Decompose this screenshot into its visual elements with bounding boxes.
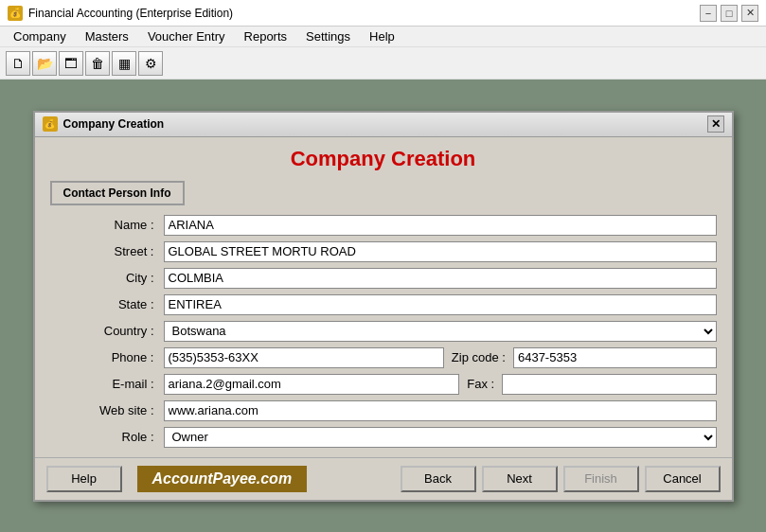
menu-settings[interactable]: Settings: [296, 27, 360, 45]
menu-voucher-entry[interactable]: Voucher Entry: [138, 27, 235, 45]
title-bar: 💰 Financial Accounting (Enterprise Editi…: [0, 0, 766, 27]
role-label: Role :: [60, 427, 164, 448]
form-grid: Name : Street : City : State : Country :…: [60, 215, 717, 448]
background-area: 💰 Company Creation ✕ Company Creation Co…: [0, 80, 766, 532]
minimize-button[interactable]: −: [700, 5, 717, 22]
toolbar-window-button[interactable]: 🗔: [59, 51, 83, 76]
menu-masters[interactable]: Masters: [76, 27, 138, 45]
main-window: 💰 Financial Accounting (Enterprise Editi…: [0, 0, 766, 532]
toolbar-new-button[interactable]: 🗋: [6, 51, 30, 76]
zipcode-label: Zip code :: [452, 350, 506, 364]
app-title: Financial Accounting (Enterprise Edition…: [28, 7, 694, 20]
website-input[interactable]: [164, 400, 717, 421]
next-button[interactable]: Next: [482, 466, 558, 492]
tab-area: Contact Person Info: [50, 181, 717, 205]
menu-help[interactable]: Help: [360, 27, 404, 45]
toolbar: 🗋 📂 🗔 🗑 ▦ ⚙: [0, 47, 766, 80]
back-button[interactable]: Back: [401, 466, 476, 492]
fax-label: Fax :: [467, 377, 494, 391]
dialog-heading: Company Creation: [50, 147, 717, 171]
state-label: State :: [60, 294, 164, 315]
name-label: Name :: [60, 215, 164, 236]
tab-contact-person-info[interactable]: Contact Person Info: [50, 181, 185, 205]
country-label: Country :: [60, 321, 164, 342]
dialog-icon: 💰: [43, 116, 58, 132]
toolbar-settings-button[interactable]: ⚙: [138, 51, 163, 76]
fax-input[interactable]: [502, 374, 716, 395]
city-input[interactable]: [164, 268, 717, 289]
title-bar-buttons: − □ ✕: [700, 5, 758, 22]
app-icon: 💰: [8, 6, 23, 21]
phone-input[interactable]: [164, 347, 444, 368]
toolbar-grid-button[interactable]: ▦: [112, 51, 136, 76]
country-select[interactable]: Botswana United States United Kingdom In…: [164, 321, 717, 342]
street-input[interactable]: [164, 241, 717, 262]
dialog-title: Company Creation: [63, 117, 702, 131]
email-label: E-mail :: [60, 374, 164, 395]
cancel-button[interactable]: Cancel: [645, 466, 721, 492]
zipcode-input[interactable]: [513, 347, 717, 368]
menu-company[interactable]: Company: [4, 27, 76, 45]
email-fax-row: Fax :: [164, 374, 717, 395]
dialog-footer: Help AccountPayee.com Back Next Finish C…: [35, 457, 732, 500]
help-button[interactable]: Help: [46, 466, 122, 492]
dialog-body: Company Creation Contact Person Info Nam…: [35, 137, 732, 457]
toolbar-delete-button[interactable]: 🗑: [85, 51, 110, 76]
menu-reports[interactable]: Reports: [235, 27, 297, 45]
finish-button[interactable]: Finish: [563, 466, 639, 492]
email-input[interactable]: [164, 374, 460, 395]
phone-zip-row: Zip code :: [164, 347, 717, 368]
toolbar-open-button[interactable]: 📂: [32, 51, 57, 76]
watermark-banner: AccountPayee.com: [137, 466, 308, 492]
state-input[interactable]: [164, 294, 717, 315]
maximize-button[interactable]: □: [721, 5, 738, 22]
dialog-title-bar: 💰 Company Creation ✕: [35, 113, 732, 137]
phone-label: Phone :: [60, 347, 164, 368]
menu-bar: Company Masters Voucher Entry Reports Se…: [0, 27, 766, 47]
city-label: City :: [60, 268, 164, 289]
close-button[interactable]: ✕: [741, 5, 758, 22]
dialog-close-button[interactable]: ✕: [707, 115, 724, 133]
street-label: Street :: [60, 241, 164, 262]
website-label: Web site :: [60, 400, 164, 421]
company-creation-dialog: 💰 Company Creation ✕ Company Creation Co…: [33, 111, 734, 502]
role-select[interactable]: Owner Manager Director Accountant: [164, 427, 717, 448]
name-input[interactable]: [164, 215, 717, 236]
